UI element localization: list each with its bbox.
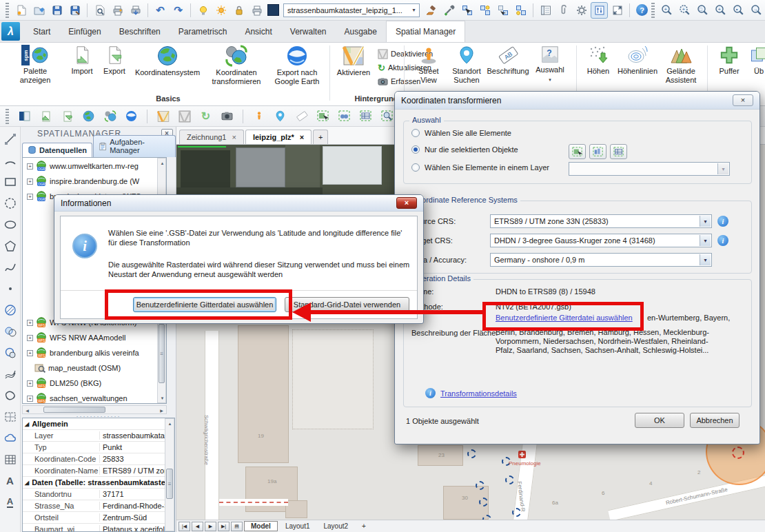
- locate-mini-button[interactable]: [272, 108, 289, 125]
- save-as-button[interactable]: [66, 2, 83, 19]
- tab-aufgaben-manager[interactable]: Aufgaben-Manager: [93, 135, 176, 157]
- layout-list-button[interactable]: ▤: [231, 522, 243, 531]
- pick-entities-button[interactable]: [569, 144, 586, 159]
- radio-icon[interactable]: [411, 163, 420, 172]
- expander-icon[interactable]: +: [27, 350, 33, 356]
- open-file-button[interactable]: [30, 2, 48, 19]
- help-button[interactable]: ?: [633, 2, 651, 19]
- selected-tree-point[interactable]: [732, 447, 744, 459]
- drawing-tab-zeichnung1[interactable]: Zeichnung1 ×: [179, 130, 244, 144]
- tab-datenquellen[interactable]: Datenquellen: [22, 143, 92, 157]
- palette-anzeigen-button[interactable]: spm Palette anzeigen: [10, 45, 61, 85]
- quick-select-button[interactable]: [476, 2, 493, 19]
- basemap-off-button[interactable]: [176, 108, 193, 125]
- radio-selected-objects[interactable]: Nur die selektierten Objekte: [411, 145, 518, 154]
- property-group-allgemein[interactable]: ◢ Allgemein: [23, 418, 165, 430]
- property-row[interactable]: Standortnu37171: [23, 489, 165, 500]
- ok-button[interactable]: OK: [635, 413, 684, 428]
- radio-icon-selected[interactable]: [411, 145, 420, 154]
- tree-point[interactable]: [512, 508, 521, 517]
- next-layout-button[interactable]: ▶: [205, 522, 216, 531]
- tree-point[interactable]: [479, 498, 488, 507]
- tree-point[interactable]: [482, 515, 491, 520]
- zoom-in-button[interactable]: +: [712, 2, 729, 19]
- tree-item[interactable]: + WFS sachsen_verwaltungen: [27, 391, 162, 404]
- scroll-left-icon[interactable]: ◀: [23, 407, 31, 414]
- beschriftung-button[interactable]: AB Beschriftung: [487, 45, 529, 76]
- dialog-close-button[interactable]: ×: [396, 197, 417, 209]
- source-crs-info-icon[interactable]: i: [717, 216, 728, 227]
- tab-ansicht[interactable]: Ansicht: [236, 21, 280, 42]
- text-tool-icon[interactable]: A: [3, 474, 17, 487]
- zoom-dynamic-button[interactable]: →: [748, 2, 765, 19]
- hoehenlinien-button[interactable]: Höhenlinien: [616, 45, 659, 76]
- expander-icon[interactable]: +: [27, 380, 33, 387]
- select-entities-button[interactable]: [314, 108, 332, 125]
- overlay-button[interactable]: Üb: [748, 45, 765, 76]
- street-view-mini-button[interactable]: [250, 108, 267, 125]
- toolbar-grip[interactable]: [6, 109, 9, 124]
- rectangle-tool-icon[interactable]: [3, 175, 17, 188]
- revision-cloud-tool-icon[interactable]: [3, 196, 17, 209]
- basemap-refresh-button[interactable]: ↻: [197, 108, 214, 125]
- layer-brightness-button[interactable]: [212, 2, 229, 19]
- scroll-right-icon[interactable]: ▶: [158, 407, 165, 414]
- scrollbar-thumb[interactable]: [43, 407, 105, 413]
- cloud-tool-icon[interactable]: [3, 431, 17, 444]
- print-preview-button[interactable]: [91, 2, 108, 19]
- tab-verwalten[interactable]: Verwalten: [281, 21, 336, 42]
- source-crs-dropdown[interactable]: ETRS89 / UTM zone 33N (25833) ▾: [490, 214, 712, 228]
- property-group-daten[interactable]: ◢ Daten (Tabelle: strassenbaumkataste: [23, 477, 165, 489]
- standort-suchen-button[interactable]: Standort Suchen: [448, 45, 485, 85]
- close-icon[interactable]: ×: [232, 133, 236, 141]
- radio-layer-elements[interactable]: Wählen Sie Elemente in einem Layer: [411, 163, 549, 172]
- new-file-button[interactable]: [12, 2, 30, 19]
- tab-parametrisch[interactable]: Parametrisch: [170, 21, 236, 42]
- tree-point[interactable]: [505, 475, 514, 484]
- clean-screen-button[interactable]: [609, 2, 626, 19]
- hoehen-button[interactable]: Höhen: [582, 45, 615, 76]
- select-similar-button[interactable]: [458, 2, 476, 19]
- new-drawing-tab-button[interactable]: +: [313, 130, 328, 144]
- table-tool-icon[interactable]: [3, 453, 17, 466]
- surface-tool-icon[interactable]: [3, 367, 17, 380]
- layer-on-button[interactable]: [194, 2, 212, 19]
- street-view-button[interactable]: Street View: [411, 45, 447, 85]
- drawing-tab-leipzig-plz[interactable]: leipzig_plz* ×: [245, 130, 312, 144]
- toolbar-grip[interactable]: [651, 3, 655, 18]
- plot-style-button[interactable]: [248, 2, 265, 19]
- print-button[interactable]: [109, 2, 126, 19]
- tab-beschriften[interactable]: Beschriften: [110, 21, 170, 42]
- property-row[interactable]: Layerstrassenbaumkatas: [23, 430, 165, 442]
- tree-point[interactable]: [476, 481, 484, 490]
- property-row[interactable]: Strasse_NaFerdinand-Rhode-S: [23, 500, 165, 512]
- point-tool-icon[interactable]: [3, 282, 17, 295]
- select-by-table-button[interactable]: [357, 108, 374, 125]
- tab-ausgabe[interactable]: Ausgabe: [336, 21, 386, 42]
- hintergrundkarte-aktivieren-button[interactable]: Aktivieren: [334, 45, 374, 77]
- transformation-details-link[interactable]: Transformationsdetails: [440, 389, 517, 398]
- tree-item[interactable]: + OGR www.umweltkarten.mv-reg: [27, 159, 162, 173]
- tab-model[interactable]: Model: [244, 521, 278, 531]
- expander-icon[interactable]: +: [27, 178, 33, 185]
- tree-item[interactable]: + WFS DLM250 (BKG): [27, 376, 162, 390]
- palette-toggle-button[interactable]: [16, 108, 33, 125]
- drawing-explorer-button[interactable]: [537, 2, 554, 19]
- property-row[interactable]: TypPunkt: [23, 442, 165, 453]
- pick-by-query-button[interactable]: [589, 144, 606, 159]
- publish-button[interactable]: [127, 2, 144, 19]
- puffer-button[interactable]: Puffer: [713, 45, 746, 76]
- redo-button[interactable]: ↷: [170, 2, 187, 19]
- lasso-tool-icon[interactable]: [3, 389, 17, 402]
- aligned-text-tool-icon[interactable]: A: [3, 495, 17, 509]
- export-button[interactable]: Export: [99, 45, 130, 76]
- tree-item[interactable]: + WFS WFS NRW AAAmodell: [27, 331, 162, 345]
- unisolate-entities-button[interactable]: [512, 2, 529, 19]
- select-by-location-button[interactable]: [336, 108, 353, 125]
- previous-layout-button[interactable]: ◀: [192, 522, 203, 531]
- select-zoom-button[interactable]: [378, 108, 396, 125]
- ellipse-tool-icon[interactable]: [3, 218, 17, 231]
- close-icon[interactable]: ×: [300, 133, 304, 141]
- subtract-tool-icon[interactable]: [3, 346, 17, 359]
- isolate-entities-button[interactable]: [494, 2, 511, 19]
